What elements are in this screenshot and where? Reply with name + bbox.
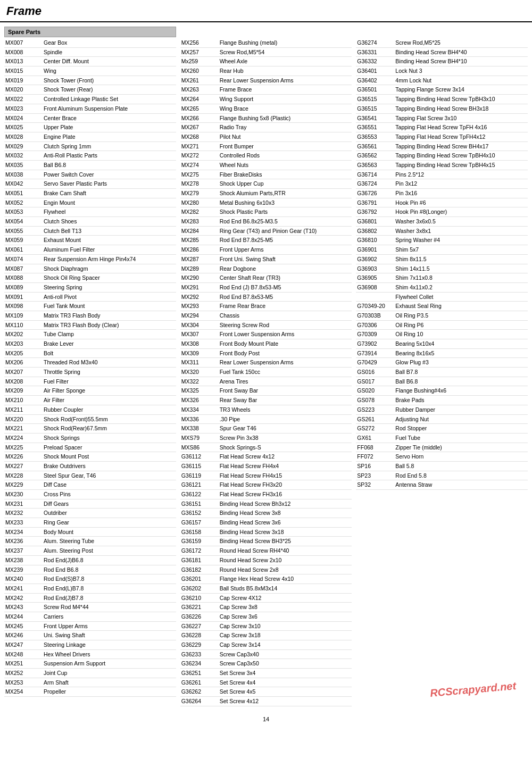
- list-item: MX248Hex Wheel Drivers: [4, 650, 176, 660]
- list-item: MX290Center Shaft Rear (TR3): [180, 273, 352, 283]
- page-title: Frame: [6, 4, 41, 18]
- list-item: MX074Rear Suspension Arm Hinge Pin4x74: [4, 255, 176, 264]
- part-name: Servo Horn: [395, 453, 527, 461]
- list-item: G36562Tapping Binding Head Screw TpBH4x1…: [356, 151, 528, 161]
- part-name: Alum. Steering Tube: [44, 537, 175, 545]
- list-item: MX267Radio Tray: [180, 123, 352, 132]
- part-code: MX236: [5, 537, 44, 545]
- part-code: G36562: [357, 152, 395, 160]
- list-item: GS223Rubber Damper: [356, 405, 528, 415]
- part-name: Wheel Axle: [220, 57, 351, 65]
- list-item: G70303BOil Ring P3.5: [356, 311, 528, 321]
- part-code: MX266: [181, 114, 220, 122]
- part-name: Flange Hex Head Screw 4x10: [220, 575, 351, 583]
- list-item: MX264Wing Support: [180, 95, 352, 104]
- part-code: G36182: [181, 566, 220, 574]
- part-code: G36158: [181, 528, 220, 536]
- part-name: Tapping Binding Head Screw BH4x17: [395, 143, 527, 151]
- list-item: G36172Round Head Screw RH4*40: [180, 546, 352, 556]
- part-code: MX110: [5, 321, 44, 329]
- part-name: Flat Head Screw FH4x15: [220, 472, 351, 480]
- list-item: MX263Frame Brace: [180, 85, 352, 95]
- list-item: G70306Oil Ring P6: [356, 321, 528, 330]
- part-code: MX234: [5, 528, 44, 536]
- part-code: MX252: [5, 669, 44, 677]
- part-code: MX245: [5, 622, 44, 630]
- page-header: Frame: [0, 0, 532, 22]
- list-item: MX015Wing: [4, 66, 176, 76]
- part-name: Screw Rod,M5*25: [395, 39, 527, 47]
- part-code: G36210: [181, 594, 220, 602]
- list-item: SP23Rod End 5.8: [356, 471, 528, 481]
- part-code: MX268: [181, 133, 220, 141]
- part-name: Oil Ring P3.5: [395, 312, 527, 320]
- list-item: G36202Ball Studs B5.8xM3x14: [180, 584, 352, 594]
- part-name: Shock Rod(Rear)67.5mm: [44, 424, 175, 432]
- part-code: G36501: [357, 86, 395, 94]
- part-code: MX229: [5, 481, 44, 489]
- part-code: MX253: [5, 679, 44, 687]
- list-item: MX291Rod End (J) B7.8x53-M5: [180, 283, 352, 293]
- part-name: Front Uni. Swing Shaft: [220, 255, 351, 263]
- part-code: MX285: [181, 236, 220, 244]
- part-name: Frame Brace: [220, 86, 351, 94]
- part-code: MX038: [5, 171, 44, 179]
- list-item: MX211Rubber Coupler: [4, 405, 176, 415]
- list-item: MX013Center Diff. Mount: [4, 57, 176, 66]
- part-code: MX322: [181, 378, 220, 386]
- part-code: MX287: [181, 255, 220, 263]
- part-name: Flange Bushing 5x8 (Plastic): [220, 114, 351, 122]
- part-name: Ring Gear: [44, 519, 175, 527]
- part-name: Shock Springs: [44, 434, 175, 442]
- part-name: Tapping Flat Head Screw TpFH4x12: [395, 133, 527, 141]
- list-item: MX241Rod End(L)B7.8: [4, 584, 176, 594]
- list-item: G36331Binding Head Screw BH4*40: [356, 48, 528, 57]
- part-name: Shock Tower (Rear): [44, 86, 175, 94]
- list-item: G36515Tapping Binding Head Screw TpBH3x1…: [356, 95, 528, 104]
- list-item: MX230Cross Pins: [4, 490, 176, 499]
- part-name: Tapping Binding Head Screw TpBH4x10: [395, 152, 527, 160]
- list-item: MX098Fuel Tank Mount: [4, 302, 176, 311]
- list-item: MX028Engine Plate: [4, 132, 176, 142]
- part-code: MX224: [5, 434, 44, 442]
- list-item: G36121Flat Head Screw FH3x20: [180, 480, 352, 490]
- list-item: MX260Rear Hub: [180, 66, 352, 76]
- part-name: Washer 3x6x0.5: [395, 218, 527, 226]
- list-item: MX292Rod End B7.8x53-M5: [180, 293, 352, 302]
- list-item: Mx259Wheel Axle: [180, 57, 352, 66]
- part-name: Rod End(J)B7.8: [44, 594, 175, 602]
- part-code: G36152: [181, 509, 220, 517]
- part-name: Ball 5.8: [395, 462, 527, 470]
- list-item: G36332Binding Head Screw BH4*10: [356, 57, 528, 66]
- part-code: MX294: [181, 312, 220, 320]
- part-name: Shim 5x7: [395, 246, 527, 254]
- part-code: MX282: [181, 208, 220, 216]
- part-name: Tapping Flange Screw 3x14: [395, 86, 527, 94]
- part-code: MX074: [5, 255, 44, 263]
- part-code: MX240: [5, 575, 44, 583]
- part-code: G36172: [181, 547, 220, 555]
- list-item: MX272Controlled Rods: [180, 151, 352, 161]
- list-item: MX308Front Body Mount Plate: [180, 339, 352, 349]
- part-name: Rod End(S)B7.8: [44, 575, 175, 583]
- part-code: MX211: [5, 406, 44, 414]
- part-name: Shim 7x11x0.8: [395, 274, 527, 282]
- list-item: MX207Throttle Spring: [4, 368, 176, 377]
- list-item: MX289Rear Dogbone: [180, 264, 352, 274]
- part-code: G36221: [181, 603, 220, 611]
- part-code: MX248: [5, 651, 44, 659]
- part-name: Cap Screw 3x10: [220, 622, 351, 630]
- part-code: G36726: [357, 189, 395, 197]
- part-code: G36801: [357, 218, 395, 226]
- part-name: Oil Ring 10: [395, 330, 527, 338]
- part-name: Zipper Tie (middle): [395, 444, 527, 452]
- part-code: MX098: [5, 302, 44, 310]
- part-code: MX042: [5, 180, 44, 188]
- part-code: G36331: [357, 48, 395, 56]
- list-item: MX089Steering Spring: [4, 283, 176, 293]
- part-name: Front Body Mount Plate: [220, 340, 351, 348]
- part-code: G36515: [357, 105, 395, 113]
- part-code: MX239: [5, 566, 44, 574]
- list-item: MX042Servo Saver Plastic Parts: [4, 179, 176, 189]
- part-code: G36157: [181, 519, 220, 527]
